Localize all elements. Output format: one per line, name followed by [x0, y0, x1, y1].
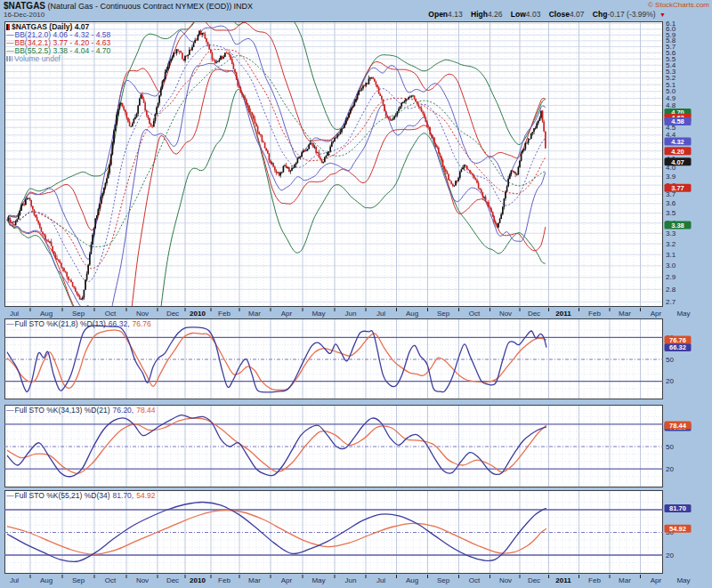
axis-flag-label: 4.07: [671, 158, 684, 166]
line-swatch-icon: [6, 319, 15, 328]
y-tick-label: 3.3: [666, 230, 676, 238]
line-swatch-icon: [6, 406, 15, 415]
y-tick-label: 2.7: [666, 298, 676, 306]
axis-flag-label: 54.92: [669, 525, 686, 533]
change-value: -0.17 (-3.99%): [607, 10, 655, 19]
y-tick-label: 2.8: [666, 286, 676, 294]
d-value: 78.44: [136, 406, 155, 415]
stochastic-panel-2: 80502076.2078.44: [4, 405, 692, 487]
stochastic-1-legend: Full STO %K(21,8) %D(13)66.32,76.76: [6, 319, 151, 328]
y-tick-label: 20: [666, 552, 674, 560]
month-label: Sep: [437, 576, 450, 584]
month-label: Sep: [72, 576, 85, 584]
month-label: Mar: [248, 310, 261, 318]
high-value: 4.26: [488, 10, 503, 19]
month-label: May: [676, 310, 690, 318]
legend-volume-row: Volume undef: [6, 55, 110, 63]
y-tick-label: 2.9: [666, 273, 676, 281]
main-legend: $NATGAS (Daily) 4.07 BB(21,2.0) 4.06 - 4…: [6, 23, 110, 63]
y-tick-label: 50: [666, 356, 674, 364]
month-label: Feb: [588, 576, 601, 584]
month-label: Aug: [40, 576, 53, 584]
axis-flag-label: 4.58: [671, 117, 684, 125]
month-label: Apr: [651, 576, 662, 584]
stochastic-panel-3: 80502081.7054.92: [4, 490, 692, 574]
y-tick-label: 20: [666, 377, 674, 385]
month-label: May: [312, 310, 325, 318]
month-label: Aug: [406, 576, 418, 584]
month-label: Mar: [619, 310, 631, 318]
close-label: Close: [549, 10, 570, 19]
month-label: Oct: [469, 310, 481, 318]
y-tick-label: 3.6: [666, 199, 676, 207]
k-value: 76.20,: [113, 406, 134, 415]
d-value: 54.92: [136, 491, 155, 500]
month-label: Apr: [281, 576, 293, 584]
month-label: Dec: [528, 576, 540, 584]
open-value: 4.13: [448, 10, 463, 19]
month-label: Mar: [248, 576, 261, 584]
d-value: 76.76: [133, 319, 151, 328]
month-label: Feb: [218, 576, 231, 584]
month-label: Oct: [105, 576, 117, 584]
month-label: Jun: [345, 576, 357, 584]
month-label: Jul: [10, 310, 19, 318]
y-tick-label: 50: [666, 443, 674, 451]
stochastic-panel-1: 80502066.3276.76: [4, 318, 692, 399]
y-tick-label: 3.9: [666, 173, 676, 181]
axis-flag-label: 3.38: [671, 222, 684, 230]
month-label: Jul: [376, 310, 385, 318]
month-label: May: [676, 576, 690, 584]
month-label: Jul: [10, 576, 19, 584]
month-label: Sep: [437, 310, 450, 318]
month-label: Oct: [469, 576, 481, 584]
month-label: Apr: [281, 310, 293, 318]
candlestick-icon: [6, 24, 10, 30]
month-label: Nov: [499, 576, 512, 584]
axis-flag-label: 76.76: [669, 336, 686, 344]
month-axis-top: JulAugSepOctNovDec2010FebMarAprMayJunJul…: [10, 308, 691, 318]
axis-flag-label: 81.70: [669, 504, 686, 512]
low-label: Low: [511, 10, 526, 19]
open-label: Open: [428, 10, 448, 19]
volume-bars-icon: [6, 56, 12, 61]
month-label: Nov: [499, 310, 512, 318]
axis-flag-label: 4.32: [671, 138, 684, 146]
month-label: Feb: [218, 310, 231, 318]
month-label: Dec: [528, 310, 540, 318]
y-tick-label: 4.9: [666, 94, 676, 102]
month-label: 2011: [555, 576, 571, 584]
down-arrow-icon: ▼: [659, 12, 666, 18]
y-tick-label: 3.1: [666, 251, 676, 259]
stockcharts-chart: 2.72.82.93.03.13.23.33.43.53.63.73.83.94…: [0, 0, 712, 588]
month-label: Dec: [166, 310, 179, 318]
month-label: Nov: [136, 576, 149, 584]
close-value: 4.07: [570, 10, 585, 19]
low-value: 4.03: [526, 10, 541, 19]
axis-flag-label: 78.44: [669, 422, 687, 430]
y-tick-label: 3.0: [666, 262, 676, 270]
month-label: Aug: [40, 310, 53, 318]
copyright: © StockCharts.com: [648, 1, 709, 9]
month-label: Jul: [376, 576, 385, 584]
ohlc-quote-bar: Open4.13 High4.26 Low4.03 Close4.07 Chg-…: [422, 10, 666, 19]
change-label: Chg: [593, 10, 608, 19]
price-axis-labels: 2.72.82.93.03.13.23.33.43.53.63.73.83.94…: [665, 20, 692, 306]
month-label: Nov: [136, 310, 149, 318]
y-tick-label: 6.1: [666, 20, 676, 28]
month-label: 2011: [555, 310, 571, 318]
axis-flag-label: 3.77: [671, 184, 684, 192]
line-swatch-icon: [6, 491, 15, 500]
month-label: Jun: [345, 310, 357, 318]
month-axis-bottom: JulAugSepOctNovDec2010FebMarAprMayJunJul…: [10, 575, 691, 584]
month-label: Feb: [588, 310, 601, 318]
chart-date: 16-Dec-2010: [4, 11, 44, 19]
month-label: Dec: [166, 576, 179, 584]
y-tick-label: 20: [666, 465, 674, 473]
month-label: 2010: [190, 576, 206, 584]
chart-title: $NATGAS (Natural Gas - Continuous Contra…: [4, 1, 253, 11]
y-tick-label: 3.5: [666, 209, 676, 217]
stochastic-3-legend: Full STO %K(55,21) %D(34)81.70,54.92: [6, 491, 156, 500]
axis-flag-label: 4.20: [671, 148, 684, 156]
y-tick-label: 3.2: [666, 240, 676, 248]
